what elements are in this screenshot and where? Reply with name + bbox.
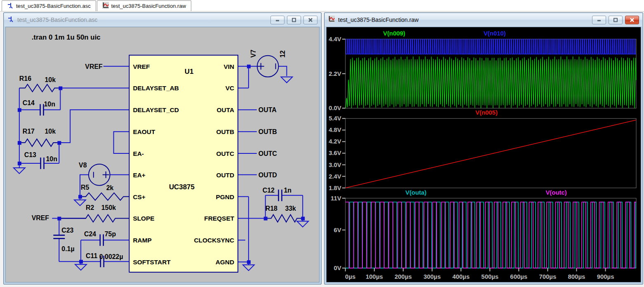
y-tick-label: 3.6V [329, 149, 341, 156]
ltspice-app: test_uc3875-BasicFunction.asc test_uc387… [0, 0, 644, 287]
ic-pin-label-right: OUTA [217, 106, 235, 113]
ic-pin-label-left: SOFTSTART [133, 259, 171, 266]
schematic-window-title: test_uc3875-BasicFunction.asc [17, 16, 270, 23]
spice-directive: .tran 0 1m 1u 50n uic [32, 33, 101, 41]
y-tick-label: 2.2V [329, 70, 341, 77]
value-c14: 10n [44, 101, 55, 108]
value-v7: 12 [279, 50, 286, 58]
ic-pin-label-right: PGND [216, 193, 235, 200]
ic-pin-label-left: EAOUT [133, 128, 155, 135]
waveform-plot-area[interactable]: V(n009)V(n010)4.4V2.2V0.0VV(n005)5.4V4.8… [326, 27, 641, 282]
y-tick-label: 6V [334, 226, 341, 233]
waveform-file-icon [328, 16, 335, 24]
value-c23: 0.1µ [61, 245, 74, 252]
label-v7: V7 [250, 49, 257, 58]
trace-legend[interactable]: V(outa) [405, 189, 426, 196]
schematic-file-icon [7, 16, 14, 24]
trace-legend[interactable]: V(n010) [484, 30, 506, 37]
tab-label: test_uc3875-BasicFunction.raw [111, 3, 186, 9]
ic-pin-label-right: OUTC [216, 150, 234, 157]
maximize-button[interactable] [609, 16, 623, 24]
ic-pin-label-right: CLOCKSYNC [194, 237, 234, 244]
y-tick-label: 3.0V [329, 161, 341, 168]
trace-legend[interactable]: V(outc) [545, 189, 566, 196]
close-button[interactable] [303, 16, 317, 24]
schematic-window: test_uc3875-BasicFunction.asc [3, 12, 322, 285]
net-label-outd: OUTD [259, 172, 277, 179]
y-tick-label: 1.8V [329, 184, 341, 191]
ic-pin-label-left: SLOPE [133, 215, 154, 222]
net-label-outc: OUTC [259, 150, 277, 157]
x-tick-label: 0µs [345, 273, 355, 280]
y-tick-label: 5.4V [329, 115, 341, 122]
value-r16: 10k [45, 76, 56, 83]
value-r18: 33k [285, 205, 296, 212]
x-tick-label: 700µs [539, 273, 557, 280]
ic-pin-label-right: VIN [223, 63, 234, 70]
resistor-R16[interactable] [19, 85, 60, 92]
ic-pin-label-right: OUTD [216, 172, 234, 179]
ic-pin-label-left: RAMP [133, 237, 151, 244]
label-c23: C23 [61, 227, 73, 234]
waveform-window-titlebar[interactable]: test_uc3875-BasicFunction.raw [325, 13, 642, 26]
value-c11: 0.0022µ [99, 253, 123, 260]
label-c11: C11 [86, 252, 97, 259]
ic-pin-label-left: DELAYSET_AB [133, 85, 179, 92]
x-tick-label: 300µs [423, 273, 441, 280]
x-tick-label: 900µs [597, 273, 614, 280]
tab-schematic-file[interactable]: test_uc3875-BasicFunction.asc [2, 0, 96, 11]
value-c13: 10n [46, 155, 57, 162]
waveform-window: test_uc3875-BasicFunction.raw V(n009)V(n… [324, 12, 643, 285]
label-r2: R2 [86, 204, 94, 211]
label-c24: C24 [84, 231, 96, 238]
label-r5: R5 [81, 184, 89, 191]
ic-part-number: UC3875 [169, 183, 195, 191]
value-r17: 10k [45, 128, 56, 135]
waveform-window-title: test_uc3875-BasicFunction.raw [338, 16, 592, 23]
minimize-button[interactable] [592, 16, 606, 24]
x-tick-label: 200µs [395, 273, 412, 280]
voltage-source-V7[interactable] [257, 56, 279, 77]
net-label-vref-bottom: VREF [32, 214, 49, 221]
ic-refdes: U1 [185, 68, 194, 75]
voltage-source-V8[interactable] [89, 164, 110, 186]
tab-waveform-file[interactable]: test_uc3875-BasicFunction.raw [97, 0, 191, 11]
document-tabbar: test_uc3875-BasicFunction.asc test_uc387… [0, 0, 644, 12]
trace-V(n010)[interactable] [346, 39, 636, 54]
net-label-vref-top: VREF [85, 63, 103, 70]
tab-label: test_uc3875-BasicFunction.asc [16, 3, 91, 9]
minimize-button[interactable] [270, 16, 284, 24]
close-button[interactable] [625, 16, 639, 24]
trace-legend[interactable]: V(n009) [383, 30, 405, 37]
x-tick-label: 500µs [481, 273, 498, 280]
resistor-R17[interactable] [19, 139, 59, 146]
resistor-R5[interactable] [80, 193, 129, 200]
y-tick-label: 2.4V [329, 173, 341, 180]
ic-pin-label-left: EA+ [133, 172, 145, 179]
ic-pin-label-left: CS+ [133, 193, 145, 200]
value-r2: 150k [101, 204, 116, 211]
schematic-canvas[interactable]: U1 UC3875 [5, 27, 320, 282]
capacitor-C23[interactable] [53, 235, 65, 238]
schematic-window-titlebar[interactable]: test_uc3875-BasicFunction.asc [4, 13, 321, 26]
label-r17: R17 [23, 128, 35, 135]
x-tick-label: 600µs [510, 273, 527, 280]
ic-pin-label-left: DELAYSET_CD [133, 106, 179, 113]
label-c13: C13 [24, 151, 36, 158]
y-tick-label: 4.2V [329, 138, 341, 145]
net-label-outa: OUTA [259, 106, 277, 113]
y-tick-label: 0V [334, 264, 341, 271]
label-v8: V8 [79, 162, 87, 169]
x-tick-label: 800µs [568, 273, 585, 280]
resistor-R2[interactable] [59, 215, 129, 222]
trace-V(n005)[interactable] [346, 120, 636, 188]
maximize-button[interactable] [287, 16, 301, 24]
y-tick-label: 11V [331, 195, 341, 202]
trace-V(n009)[interactable] [346, 56, 636, 108]
waveform-file-icon [102, 2, 109, 10]
ic-pin-label-left: VREF [133, 63, 150, 70]
label-r16: R16 [19, 75, 31, 82]
ic-pin-label-right: OUTB [216, 128, 234, 135]
trace-legend[interactable]: V(n005) [475, 109, 498, 116]
y-tick-label: 0.0V [329, 104, 341, 111]
